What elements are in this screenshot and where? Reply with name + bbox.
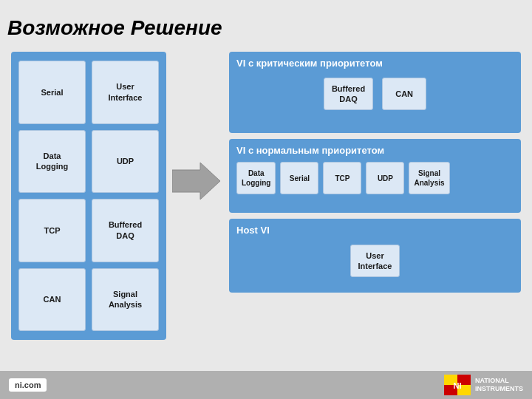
ni-badge: ni.com: [9, 378, 47, 392]
vi-box-udp: UDP: [92, 130, 159, 194]
vi-box-data-logging: DataLogging: [18, 130, 86, 194]
critical-can: CAN: [382, 78, 426, 110]
vi-box-serial: Serial: [18, 61, 86, 124]
arrow-icon: [172, 159, 220, 203]
normal-panel-title: VI с нормальным приоритетом: [236, 145, 514, 156]
critical-buffered-daq: BufferedDAQ: [324, 78, 373, 110]
normal-signal-analysis: SignalAnalysis: [409, 162, 449, 194]
ni-logo-text: NATIONAL INSTRUMENTS: [475, 377, 523, 393]
ni-logo-icon: NI: [444, 375, 471, 395]
critical-boxes: BufferedDAQ CAN: [236, 75, 514, 113]
normal-serial: Serial: [280, 162, 318, 194]
host-user-interface: UserInterface: [350, 245, 400, 277]
ni-logo-line1: NATIONAL: [475, 377, 523, 385]
host-boxes: UserInterface: [236, 242, 514, 280]
normal-boxes: DataLogging Serial TCP UDP SignalAnalysi…: [236, 162, 514, 194]
normal-data-logging: DataLogging: [236, 162, 276, 194]
normal-panel: VI с нормальным приоритетом DataLogging …: [229, 139, 521, 213]
footer: ni.com NI NATIONAL INSTRUMENTS: [0, 371, 532, 399]
title-area: Возможное Решение: [7, 7, 525, 48]
main-title: Возможное Решение: [7, 16, 525, 40]
arrow-container: [170, 155, 222, 207]
svg-marker-0: [172, 163, 220, 200]
normal-tcp: TCP: [323, 162, 361, 194]
left-panel: Serial UserInterface DataLogging UDP TCP…: [11, 52, 166, 340]
host-panel: Host VI UserInterface: [229, 219, 521, 293]
svg-text:NI: NI: [454, 381, 462, 390]
host-panel-title: Host VI: [236, 225, 514, 236]
ni-logo: NI NATIONAL INSTRUMENTS: [444, 375, 523, 395]
vi-box-user-interface: UserInterface: [92, 61, 159, 124]
critical-panel: VI с критическим приоритетом BufferedDAQ…: [229, 52, 521, 133]
vi-box-can: CAN: [18, 268, 86, 332]
normal-udp: UDP: [366, 162, 404, 194]
vi-box-buffered-daq: BufferedDAQ: [92, 199, 159, 262]
vi-box-tcp: TCP: [18, 199, 86, 262]
right-panels: VI с критическим приоритетом BufferedDAQ…: [229, 52, 521, 293]
slide: Возможное Решение Serial UserInterface D…: [0, 0, 532, 399]
ni-logo-line2: INSTRUMENTS: [475, 385, 523, 393]
vi-box-signal-analysis: SignalAnalysis: [92, 268, 159, 332]
critical-panel-title: VI с критическим приоритетом: [236, 58, 514, 69]
